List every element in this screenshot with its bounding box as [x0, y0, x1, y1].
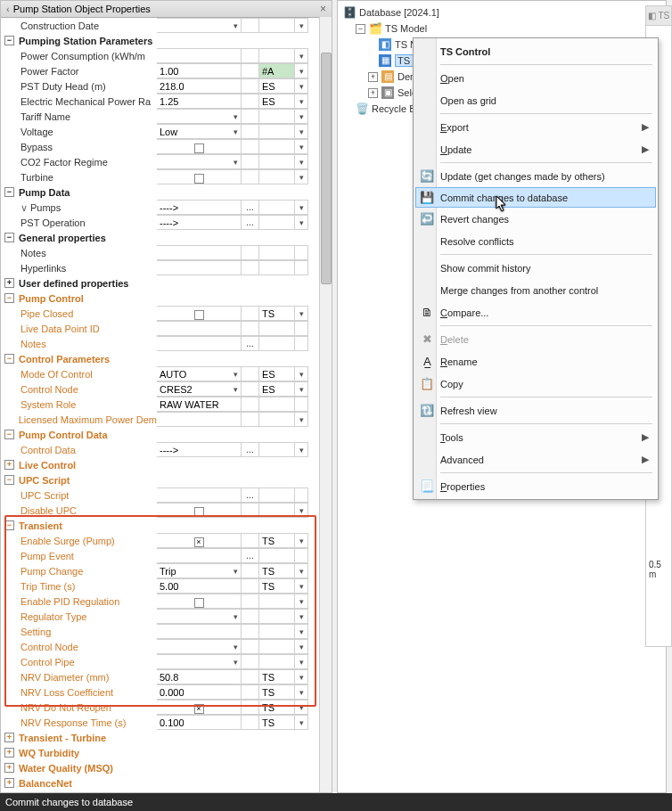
property-value-cell[interactable]: 0.000 — [157, 684, 242, 700]
group-expander-icon[interactable]: + — [4, 460, 14, 470]
group-expander-icon[interactable]: − — [4, 293, 14, 303]
vertical-scrollbar[interactable] — [319, 17, 332, 792]
property-value-cell[interactable]: 0.100 — [157, 715, 242, 730]
menu-item[interactable]: 📃Properties — [415, 475, 656, 497]
property-flag-dropdown[interactable]: ▾ — [295, 48, 308, 63]
property-value-cell[interactable]: 1.00 — [157, 63, 242, 78]
property-unit-cell[interactable]: ES — [259, 94, 295, 109]
property-flag-dropdown[interactable]: ▾ — [295, 63, 308, 78]
group-expander-icon[interactable]: − — [4, 233, 14, 242]
property-unit-cell[interactable] — [259, 245, 295, 260]
property-value-cell[interactable]: ▾ — [157, 654, 242, 669]
property-value-cell[interactable]: 1.25 — [157, 94, 242, 109]
property-value-cell[interactable]: ----> — [157, 442, 242, 457]
property-ellipsis-cell[interactable]: ... — [242, 442, 259, 457]
menu-item[interactable]: A̲Rename — [415, 350, 656, 373]
dropdown-icon[interactable]: ▾ — [234, 367, 238, 381]
group-expander-icon[interactable]: + — [4, 733, 14, 742]
property-unit-cell[interactable]: TS — [259, 563, 295, 578]
property-unit-cell[interactable] — [259, 639, 295, 654]
menu-item[interactable]: 🗎Compare... — [415, 301, 656, 324]
property-unit-cell[interactable] — [259, 609, 295, 624]
checkbox[interactable] — [194, 174, 204, 184]
property-flag-dropdown[interactable]: ▾ — [295, 639, 308, 654]
property-unit-cell[interactable] — [259, 215, 295, 230]
property-ellipsis-cell[interactable]: ... — [242, 548, 259, 563]
property-flag-dropdown[interactable]: ▾ — [295, 609, 308, 624]
checkbox[interactable] — [194, 598, 204, 608]
group-expander-icon[interactable]: − — [4, 520, 14, 530]
property-flag-dropdown[interactable]: ▾ — [295, 169, 308, 184]
menu-item[interactable]: Export▶ — [415, 116, 656, 138]
group-expander-icon[interactable]: + — [4, 763, 14, 773]
property-unit-cell[interactable] — [259, 109, 295, 124]
property-unit-cell[interactable] — [259, 336, 295, 351]
property-value-cell[interactable]: ▾ — [157, 154, 242, 169]
property-unit-cell[interactable]: TS — [259, 578, 295, 594]
property-value-cell[interactable]: × — [157, 700, 242, 715]
property-flag-dropdown[interactable]: ▾ — [295, 78, 308, 94]
property-value-cell[interactable] — [157, 336, 242, 351]
property-value-cell[interactable] — [157, 260, 242, 275]
context-menu[interactable]: TS ControlOpenOpen as gridExport▶Update▶… — [413, 37, 659, 500]
property-unit-cell[interactable] — [259, 139, 295, 154]
property-value-cell[interactable] — [157, 306, 242, 321]
tree-root[interactable]: Database [2024.1] — [343, 4, 664, 20]
property-unit-cell[interactable] — [259, 48, 295, 63]
property-flag-dropdown[interactable]: ▾ — [295, 306, 308, 321]
property-flag-dropdown[interactable]: ▾ — [295, 18, 308, 33]
group-expander-icon[interactable]: − — [4, 36, 14, 45]
property-unit-cell[interactable] — [259, 260, 295, 275]
property-unit-cell[interactable]: ES — [259, 78, 295, 94]
property-value-cell[interactable] — [157, 412, 242, 427]
property-flag-dropdown[interactable]: ▾ — [295, 109, 308, 124]
property-flag-dropdown[interactable]: ▾ — [295, 563, 308, 578]
property-flag-dropdown[interactable]: ▾ — [295, 715, 308, 730]
property-value-cell[interactable] — [157, 624, 242, 639]
property-flag-dropdown[interactable]: ▾ — [295, 200, 308, 215]
scrollbar-thumb[interactable] — [321, 53, 332, 284]
property-value-cell[interactable] — [157, 321, 242, 336]
property-unit-cell[interactable]: TS — [259, 669, 295, 684]
menu-item[interactable]: Show commit history — [415, 257, 656, 279]
property-flag-dropdown[interactable]: ▾ — [295, 94, 308, 109]
dropdown-icon[interactable]: ▾ — [234, 382, 238, 397]
group-expander-icon[interactable]: + — [4, 778, 14, 788]
property-value-cell[interactable]: ▾ — [157, 109, 242, 124]
property-flag-dropdown[interactable]: ▾ — [295, 124, 308, 139]
menu-item[interactable]: 🔃Refresh view — [415, 399, 656, 422]
tree-expander[interactable]: + — [368, 88, 378, 98]
fragment-tab[interactable]: ◧ TS — [646, 6, 671, 26]
dropdown-icon[interactable]: ▾ — [234, 655, 238, 669]
property-ellipsis-cell[interactable]: ... — [242, 487, 259, 503]
tree-model[interactable]: − TS Model — [343, 20, 664, 37]
group-expander-icon[interactable]: − — [4, 475, 14, 485]
checkbox[interactable]: × — [194, 537, 204, 547]
property-unit-cell[interactable]: ES — [259, 381, 295, 397]
property-unit-cell[interactable] — [259, 169, 295, 184]
group-expander-icon[interactable]: − — [4, 187, 14, 197]
property-unit-cell[interactable] — [259, 594, 295, 609]
property-value-cell[interactable]: ----> — [157, 200, 242, 215]
property-value-cell[interactable] — [157, 548, 242, 563]
property-unit-cell[interactable] — [259, 503, 295, 518]
property-value-cell[interactable]: RAW WATER — [157, 397, 242, 412]
property-value-cell[interactable]: AUTO ▾ — [157, 366, 242, 381]
group-expander-icon[interactable]: + — [4, 278, 14, 288]
property-value-cell[interactable] — [157, 594, 242, 609]
checkbox[interactable]: × — [194, 704, 204, 714]
property-unit-cell[interactable] — [259, 487, 295, 503]
property-value-cell[interactable]: Trip ▾ — [157, 563, 242, 578]
property-flag-dropdown[interactable]: ▾ — [295, 366, 308, 381]
property-unit-cell[interactable] — [259, 397, 295, 412]
dropdown-icon[interactable]: ▾ — [234, 610, 238, 624]
property-unit-cell[interactable]: TS — [259, 715, 295, 730]
property-unit-cell[interactable] — [259, 412, 295, 427]
property-value-cell[interactable] — [157, 503, 242, 518]
property-ellipsis-cell[interactable]: ... — [242, 200, 259, 215]
menu-item[interactable]: 🔄Update (get changes made by others) — [415, 165, 656, 187]
property-unit-cell[interactable]: ES — [259, 366, 295, 381]
property-value-cell[interactable]: 50.8 — [157, 669, 242, 684]
property-flag-dropdown[interactable]: ▾ — [295, 139, 308, 154]
dropdown-icon[interactable]: ▾ — [234, 564, 238, 578]
